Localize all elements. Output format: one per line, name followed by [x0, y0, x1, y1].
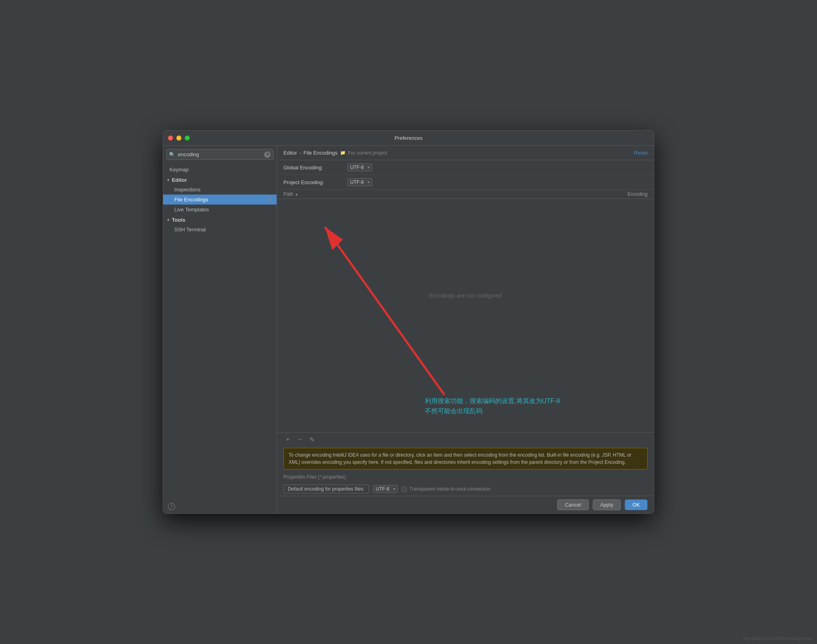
remove-button[interactable]: −: [295, 435, 304, 444]
sidebar-section-label: Editor: [172, 177, 187, 183]
info-box: To change encoding IntelliJ IDEA uses fo…: [283, 448, 648, 469]
project-encoding-select[interactable]: UTF-8: [347, 178, 372, 186]
properties-section: Properties Files (*.properties) Default …: [277, 471, 654, 496]
ok-button[interactable]: OK: [625, 499, 648, 510]
info-text: To change encoding IntelliJ IDEA uses fo…: [289, 452, 632, 465]
search-box: 🔍 ✕: [166, 149, 273, 160]
sidebar: 🔍 ✕ Keymap ▼ Editor Inspections ⊞: [163, 146, 277, 513]
main-header: Editor › File Encodings 📁 For current pr…: [277, 146, 654, 160]
sidebar-item-label: Keymap: [169, 167, 189, 173]
properties-row: Default encoding for properties files: U…: [283, 482, 648, 496]
svg-line-1: [325, 227, 444, 395]
collapse-arrow: ▼: [166, 218, 170, 222]
sidebar-item-label: SSH Terminal: [174, 227, 206, 233]
default-encoding-label: Default encoding for properties files:: [283, 485, 369, 493]
global-encoding-select-wrap: UTF-8: [347, 163, 372, 171]
properties-title: Properties Files (*.properties): [283, 474, 648, 480]
sidebar-section-label: Tools: [172, 217, 185, 223]
window-title: Preferences: [395, 135, 422, 141]
properties-encoding-select-wrap: UTF-8: [373, 485, 398, 493]
add-button[interactable]: +: [283, 435, 292, 444]
footer: Cancel Apply OK: [277, 496, 654, 513]
nav-list: Keymap ▼ Editor Inspections ⊞ File Encod…: [163, 163, 277, 500]
breadcrumb-editor: Editor: [283, 150, 297, 156]
toolbar-row: + − ✎: [277, 432, 654, 446]
project-encoding-label: Project Encoding:: [283, 179, 347, 185]
encoding-column-header: Encoding: [588, 191, 648, 197]
global-encoding-label: Global Encoding:: [283, 165, 347, 171]
sidebar-item-label: Live Templates: [174, 207, 209, 213]
help-button[interactable]: ?: [168, 503, 175, 510]
annotation-line1: 利用搜索功能，搜索编码的设置,将其改为UTF-8: [425, 396, 560, 406]
empty-area: Encodings are not configured 利用搜索功能，搜索编码…: [277, 199, 654, 432]
main-content-area: 🔍 ✕ Keymap ▼ Editor Inspections ⊞: [163, 146, 654, 513]
sidebar-item-label: File Encodings: [174, 197, 208, 203]
copy-icon: ⊞: [268, 197, 272, 202]
search-clear-button[interactable]: ✕: [264, 151, 271, 158]
sidebar-bottom: ?: [163, 500, 277, 513]
breadcrumb-separator: ›: [299, 150, 301, 156]
title-bar: Preferences: [163, 131, 654, 146]
maximize-button[interactable]: [185, 135, 190, 141]
watermark: http://blog.csdn.net/l1TechnologyHome: [743, 636, 812, 641]
sort-arrow: ▲: [295, 192, 299, 196]
collapse-arrow: ▼: [166, 178, 170, 182]
sidebar-item-inspections[interactable]: Inspections ⊞: [163, 185, 277, 195]
edit-button[interactable]: ✎: [307, 435, 316, 444]
breadcrumb-project: For current project: [348, 150, 387, 156]
minimize-button[interactable]: [176, 135, 181, 141]
path-column-header: Path ▲: [283, 191, 588, 197]
project-encoding-row: Project Encoding: UTF-8: [277, 175, 654, 190]
traffic-lights: [168, 135, 190, 141]
project-encoding-select-wrap: UTF-8: [347, 178, 372, 186]
sidebar-item-ssh-terminal[interactable]: SSH Terminal: [163, 225, 277, 235]
footer-right: Cancel Apply OK: [557, 499, 648, 510]
annotation-line2: 不然可能会出现乱码: [425, 406, 560, 416]
apply-button[interactable]: Apply: [593, 499, 621, 510]
search-icon: 🔍: [169, 152, 175, 157]
cancel-button[interactable]: Cancel: [557, 499, 588, 510]
annotation-text: 利用搜索功能，搜索编码的设置,将其改为UTF-8 不然可能会出现乱码: [425, 396, 560, 416]
transparent-checkbox[interactable]: [402, 487, 407, 492]
global-encoding-row: Global Encoding: UTF-8: [277, 160, 654, 175]
project-icon: 📁: [340, 150, 346, 155]
preferences-window: Preferences 🔍 ✕ Keymap ▼ Editor: [163, 130, 654, 514]
properties-encoding-select[interactable]: UTF-8: [373, 485, 398, 493]
search-input[interactable]: [166, 149, 273, 160]
table-header: Path ▲ Encoding: [277, 190, 654, 199]
sidebar-section-tools[interactable]: ▼ Tools: [163, 215, 277, 225]
sidebar-section-editor[interactable]: ▼ Editor: [163, 175, 277, 185]
sidebar-item-label: Inspections: [174, 187, 201, 193]
global-encoding-select[interactable]: UTF-8: [347, 163, 372, 171]
sidebar-item-keymap[interactable]: Keymap: [163, 165, 277, 175]
breadcrumb: Editor › File Encodings 📁 For current pr…: [283, 150, 387, 156]
main-panel: Editor › File Encodings 📁 For current pr…: [277, 146, 654, 513]
breadcrumb-current: File Encodings: [303, 150, 337, 156]
empty-message: Encodings are not configured: [429, 292, 502, 299]
transparent-checkbox-wrap: Transparent native-to-ascii conversion: [402, 486, 490, 492]
sidebar-item-file-encodings[interactable]: File Encodings ⊞: [163, 195, 277, 205]
reset-button[interactable]: Reset: [634, 150, 648, 156]
sidebar-item-live-templates[interactable]: Live Templates: [163, 205, 277, 215]
transparent-label: Transparent native-to-ascii conversion: [409, 486, 490, 492]
close-button[interactable]: [168, 135, 173, 141]
